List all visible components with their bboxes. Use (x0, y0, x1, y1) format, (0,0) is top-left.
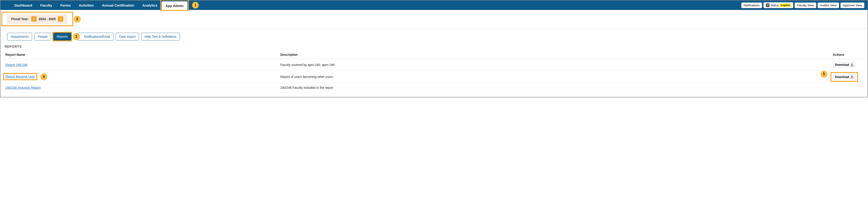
tab-reports[interactable]: Reports (53, 33, 71, 40)
report-desc: Faculty covered by apm-240, apm-246 (279, 59, 832, 71)
download-label: Download (835, 75, 849, 79)
table-row: Report Became User 4 Report of users bec… (4, 71, 864, 83)
tab-people[interactable]: People (34, 33, 51, 40)
report-desc: 240/246 Faculty included in the report (279, 83, 832, 92)
auditor-view-button[interactable]: Auditor View (817, 2, 839, 8)
fiscal-year-row: Fiscal Year: < 2024 - 2025 > 2 (0, 10, 868, 26)
report-desc: Report of users becoming other users (279, 71, 832, 83)
report-link-became-user[interactable]: Report Became User (5, 75, 35, 79)
download-button[interactable]: Download (833, 62, 856, 68)
tab-help-text-definitions[interactable]: Help Text & Definitions (141, 33, 180, 40)
table-row: Report 240-246 Faculty covered by apm-24… (4, 59, 864, 71)
nav-left: Dashboard Faculty Forms Activities Annua… (1, 0, 741, 10)
status-button[interactable]: ? Status Legend (764, 2, 793, 8)
faculty-view-button[interactable]: Faculty View (795, 2, 816, 8)
tab-data-import[interactable]: Data Import (116, 33, 139, 40)
tab-notifications-email[interactable]: Notifications/Email (78, 33, 114, 40)
nav-right: Notifications ? Status Legend Faculty Vi… (741, 2, 867, 8)
col-actions: Actions (832, 51, 864, 59)
reports-table: Report Name Description Actions Report 2… (4, 51, 864, 92)
nav-annual-certification[interactable]: Annual Certification (98, 0, 138, 10)
fiscal-year-next-button[interactable]: > (58, 16, 63, 22)
download-button[interactable]: Download (833, 74, 856, 80)
nav-dashboard[interactable]: Dashboard (10, 0, 36, 10)
download-icon (850, 63, 854, 66)
callout-1: 1 (192, 2, 199, 8)
admin-tabs: Departments People Reports 3 Notificatio… (0, 29, 868, 44)
reports-heading: REPORTS (0, 44, 868, 51)
download-label: Download (835, 63, 849, 66)
download-icon (850, 75, 854, 79)
nav-activities[interactable]: Activities (75, 0, 98, 10)
status-label: Status (770, 4, 779, 7)
notifications-button[interactable]: Notifications (741, 2, 762, 8)
fiscal-year-label: Fiscal Year: (11, 17, 29, 21)
top-navbar: Dashboard Faculty Forms Activities Annua… (0, 0, 868, 10)
tab-departments[interactable]: Departments (7, 33, 32, 40)
legend-badge: Legend (780, 4, 791, 7)
question-icon: ? (766, 3, 770, 7)
fiscal-year-value: 2024 - 2025 (39, 17, 56, 21)
col-description: Description (279, 51, 832, 59)
nav-app-admin[interactable]: App Admin (161, 1, 188, 10)
table-header-row: Report Name Description Actions (4, 51, 864, 59)
report-link-240-246[interactable]: Report 240-246 (5, 63, 27, 67)
nav-analytics[interactable]: Analytics (138, 0, 161, 10)
report-link-240-246-inclusion[interactable]: 240/246 Inclusion Report (5, 86, 41, 90)
table-row: 240/246 Inclusion Report 240/246 Faculty… (4, 83, 864, 92)
nav-forms[interactable]: Forms (56, 0, 75, 10)
callout-4: 4 (40, 73, 47, 80)
nav-faculty[interactable]: Faculty (36, 0, 56, 10)
approver-view-button[interactable]: Approver View (840, 2, 864, 8)
col-report-name: Report Name (4, 51, 279, 59)
callout-2: 2 (74, 16, 81, 23)
page-container: Dashboard Faculty Forms Activities Annua… (0, 0, 868, 97)
fiscal-year-selector: Fiscal Year: < 2024 - 2025 > (7, 14, 67, 24)
fiscal-year-prev-button[interactable]: < (31, 16, 37, 22)
